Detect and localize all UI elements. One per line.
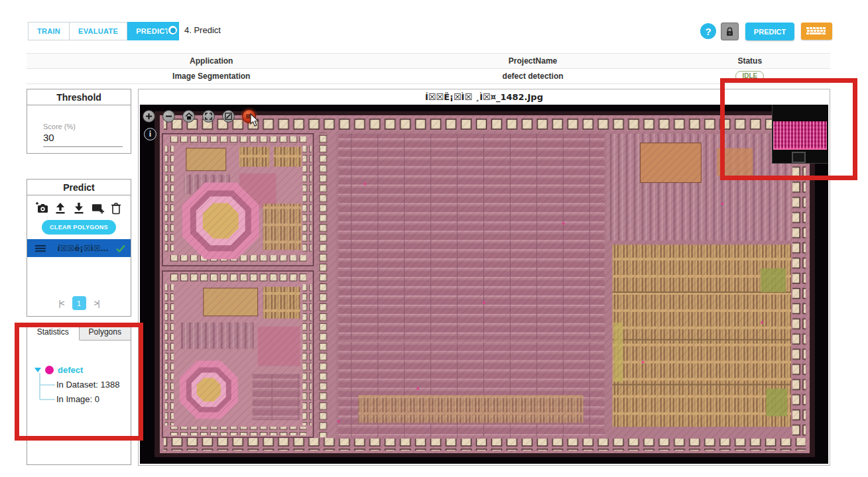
in-image-stat: In Image: 0 xyxy=(56,394,99,404)
pagination: |< 1 >| xyxy=(27,296,131,310)
delete-button[interactable] xyxy=(109,201,123,215)
mode-tabbar: TRAIN EVALUATE PREDICT xyxy=(28,22,179,40)
tree-branch-lines xyxy=(36,373,56,403)
stats-tabbar: Statistics Polygons xyxy=(27,324,131,341)
lock-button[interactable] xyxy=(721,23,739,40)
statistics-panel: Statistics Polygons defect In Dataset: 1… xyxy=(27,323,131,465)
tree-collapse-icon[interactable] xyxy=(34,368,41,372)
zoom-out-button[interactable] xyxy=(162,110,175,123)
camera-add-button[interactable] xyxy=(35,201,49,215)
class-label: defect xyxy=(58,365,83,375)
minimap[interactable] xyxy=(772,105,828,164)
image-add-icon xyxy=(91,201,105,215)
tab-polygons[interactable]: Polygons xyxy=(79,324,131,341)
minus-icon xyxy=(165,113,172,120)
step-indicator: 4. Predict xyxy=(167,25,221,36)
col-status: Status xyxy=(670,54,830,68)
first-page-button[interactable]: |< xyxy=(58,299,64,308)
status-badge: IDLE xyxy=(735,71,764,81)
app-root: TRAIN EVALUATE PREDICT 4. Predict ? PRED… xyxy=(0,0,868,477)
upload-button[interactable] xyxy=(54,201,68,215)
predict-panel: Predict xyxy=(27,179,131,317)
projectname-value: defect detection xyxy=(397,69,670,83)
viewer-canvas[interactable] xyxy=(140,105,828,464)
camera-add-icon xyxy=(35,201,49,215)
trash-icon xyxy=(110,201,122,215)
info-icon: i xyxy=(149,129,151,139)
check-icon xyxy=(116,244,125,252)
image-file-name: í☒☒ë¡☒ì☒… xyxy=(50,244,116,253)
help-button[interactable]: ? xyxy=(700,23,716,39)
home-button[interactable] xyxy=(182,110,195,123)
in-dataset-stat: In Dataset: 1388 xyxy=(56,380,119,390)
download-button[interactable] xyxy=(72,201,86,215)
tab-statistics[interactable]: Statistics xyxy=(27,324,79,341)
expand-icon xyxy=(205,113,212,120)
project-table-row[interactable]: Image Segmentation defect detection IDLE xyxy=(27,69,830,84)
image-list-item-selected[interactable]: í☒☒ë¡☒ì☒… xyxy=(27,239,131,257)
project-table-header: Application ProjectName Status xyxy=(27,54,830,69)
draw-button[interactable] xyxy=(222,110,235,123)
status-cell: IDLE xyxy=(670,69,830,83)
tab-train[interactable]: TRAIN xyxy=(28,22,70,40)
predict-toolbar xyxy=(27,201,131,215)
question-icon: ? xyxy=(705,26,711,37)
upload-icon xyxy=(54,201,67,215)
predict-panel-title: Predict xyxy=(27,180,131,195)
home-icon xyxy=(185,113,193,120)
fullscreen-button[interactable] xyxy=(202,110,215,123)
keyboard-icon xyxy=(806,26,828,37)
tab-evaluate[interactable]: EVALUATE xyxy=(70,22,127,40)
radio-dot-icon xyxy=(170,28,176,33)
mouse-cursor xyxy=(250,113,259,127)
viewer-image-title: Í☒☒Ë¡☒Ì☒ ¸Ì☒¤_1482.Jpg xyxy=(139,89,830,105)
col-projectname: ProjectName xyxy=(397,54,670,68)
pencil-icon xyxy=(225,113,232,120)
clear-polygons-button[interactable]: CLEAR POLYGONS xyxy=(42,220,116,235)
col-application: Application xyxy=(27,54,397,68)
zoom-in-button[interactable] xyxy=(143,110,155,123)
image-add-button[interactable] xyxy=(91,201,105,215)
score-label: Score (%) xyxy=(43,123,76,131)
step-label: 4. Predict xyxy=(184,25,221,35)
application-value: Image Segmentation xyxy=(27,69,397,83)
threshold-panel: Threshold Score (%) 30 xyxy=(27,89,131,154)
lock-icon xyxy=(725,27,734,36)
list-icon xyxy=(35,244,46,252)
viewer-toolbar xyxy=(143,109,256,123)
step-radio[interactable] xyxy=(167,25,178,36)
chip-die-image xyxy=(140,105,828,464)
info-button[interactable]: i xyxy=(144,128,156,140)
project-table: Application ProjectName Status Image Seg… xyxy=(27,53,830,84)
last-page-button[interactable]: >| xyxy=(94,299,99,308)
minimap-viewport-box xyxy=(792,152,806,163)
predict-run-button[interactable]: PREDICT xyxy=(745,23,794,40)
current-page-button[interactable]: 1 xyxy=(72,296,86,310)
score-input[interactable]: 30 xyxy=(43,132,54,143)
score-input-underline xyxy=(43,146,123,147)
image-viewer: Í☒☒Ë¡☒Ì☒ ¸Ì☒¤_1482.Jpg xyxy=(138,89,830,466)
keyboard-button[interactable] xyxy=(801,23,832,40)
minimap-thumbnail xyxy=(773,121,827,150)
threshold-title: Threshold xyxy=(27,89,131,105)
download-icon xyxy=(72,201,86,215)
plus-icon xyxy=(145,113,153,120)
